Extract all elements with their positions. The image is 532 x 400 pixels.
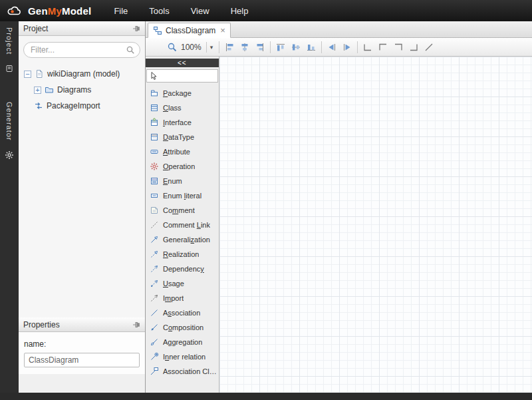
tree-item-label: Diagrams [57,85,91,95]
palette-item-label: Usage [163,280,184,288]
toolbar-separator [321,41,322,53]
diagrams-folder-icon [45,85,54,95]
association-icon [150,308,159,317]
collapse-icon[interactable]: − [24,71,31,78]
project-panel: Project −wikiDiagram (model)+DiagramsPac… [19,21,146,393]
zoom-value: 100% [181,43,201,52]
datatype-icon [150,132,159,142]
palette-item-interface[interactable]: Interface [146,115,219,130]
zoom-icon [167,42,178,53]
close-icon[interactable]: × [220,25,225,35]
tree-item-diagrams[interactable]: +Diagrams [19,82,145,98]
palette-item-label: Inner relation [163,353,205,361]
palette-item-label: Generalization [163,236,210,244]
vertical-tab-generator[interactable]: Generator [5,96,13,146]
palette-item-import[interactable]: Import [146,291,219,305]
palette-item-usage[interactable]: Usage [146,276,219,291]
pin-icon[interactable] [132,321,140,329]
palette-item-composition[interactable]: Composition [146,320,219,335]
enum-icon [150,176,159,186]
link-style-2-icon[interactable] [378,42,388,53]
palette-item-label: Class [163,104,182,112]
palette-item-datatype[interactable]: DataType [146,130,219,144]
palette-item-package[interactable]: Package [146,86,219,100]
align-right-icon[interactable] [255,42,265,53]
top-menu-bar: GenMyModel FileToolsViewHelp [0,0,532,21]
name-field-input[interactable] [24,353,140,367]
palette-item-dependency[interactable]: Dependency [146,262,219,276]
align-top-icon[interactable] [275,42,286,53]
search-icon [126,45,135,55]
palette-item-class[interactable]: Class [146,100,219,115]
palette-item-operation[interactable]: Operation [146,159,219,174]
align-middle-icon[interactable] [291,42,301,53]
palette-items: PackageClassInterfaceDataTypeAttributeOp… [146,86,219,393]
palette-item-inner-relation[interactable]: Inner relation [146,349,219,364]
select-tool[interactable] [146,69,218,83]
book-icon[interactable] [5,64,14,73]
menu-file[interactable]: File [103,1,138,21]
toolbar-separator [357,41,358,53]
tab-classdiagram[interactable]: ClassDiagram × [148,23,231,38]
align-center-icon[interactable] [239,42,250,53]
palette-item-aggregation[interactable]: Aggregation [146,335,219,349]
package-import-icon [34,101,43,110]
aggregation-icon [150,337,159,347]
inner-relation-icon [150,352,159,361]
status-bar [0,393,532,400]
expand-icon[interactable]: + [34,87,41,94]
tree-item-packageimport[interactable]: PackageImport [19,98,145,114]
app-window: GenMyModel FileToolsViewHelp Project Gen… [0,0,532,400]
palette-item-comment-link[interactable]: Comment Link [146,218,219,232]
pin-icon[interactable] [132,25,140,33]
palette-item-label: Enum literal [163,192,201,200]
flip-right-icon[interactable] [342,42,352,53]
zoom-dropdown-arrow[interactable]: ▾ [206,42,213,53]
filter-input[interactable] [23,42,140,58]
flip-left-icon[interactable] [327,42,337,53]
toolbar-group [224,42,265,53]
palette-item-generalization[interactable]: Generalization [146,232,219,247]
palette-item-comment[interactable]: Comment [146,203,219,218]
palette-item-association[interactable]: Association [146,305,219,320]
align-left-icon[interactable] [224,42,235,53]
palette-item-attribute[interactable]: Attribute [146,144,219,159]
palette-item-label: Enum [163,177,182,185]
link-style-3-icon[interactable] [393,42,404,53]
link-style-4-icon[interactable] [408,42,419,53]
properties-panel-title: Properties [23,320,60,329]
toolbar-group [275,42,317,53]
menu-tools[interactable]: Tools [138,1,180,21]
gear-icon[interactable] [5,150,14,160]
palette-item-association-cl[interactable]: Association Cl… [146,364,219,379]
palette-item-enum-literal[interactable]: Enum literal [146,188,219,203]
dependency-icon [150,264,159,274]
left-tab-strip: Project Generator [0,21,19,400]
diagram-canvas[interactable] [219,57,532,393]
vertical-tab-project[interactable]: Project [5,21,13,59]
tool-palette: << PackageClassInterfaceDataTypeAttribut… [146,57,219,393]
link-style-1-icon[interactable] [362,42,373,53]
palette-item-label: Composition [163,323,203,331]
palette-item-realization[interactable]: Realization [146,247,219,262]
tab-label: ClassDiagram [166,26,215,35]
zoom-control[interactable]: 100% ▾ [166,41,214,54]
work-area: << PackageClassInterfaceDataTypeAttribut… [146,57,532,393]
operation-icon [150,162,159,171]
usage-icon [150,279,159,288]
menu-help[interactable]: Help [220,1,259,21]
palette-item-enum[interactable]: Enum [146,174,219,188]
menu-view[interactable]: View [180,1,220,21]
palette-collapse-button[interactable]: << [146,59,219,67]
enum-literal-icon [150,191,159,200]
tree-item-wikidiagram-model[interactable]: −wikiDiagram (model) [19,66,145,82]
palette-item-label: Interface [163,118,192,126]
toolbar-separator [270,41,271,53]
app-logo[interactable]: GenMyModel [7,5,91,17]
align-bottom-icon[interactable] [306,42,317,53]
comment-icon [150,206,159,215]
palette-item-label: Attribute [163,148,190,156]
project-tree: −wikiDiagram (model)+DiagramsPackageImpo… [19,61,145,317]
toolbar-separator [219,41,219,53]
link-style-diagonal-icon[interactable] [424,42,434,53]
